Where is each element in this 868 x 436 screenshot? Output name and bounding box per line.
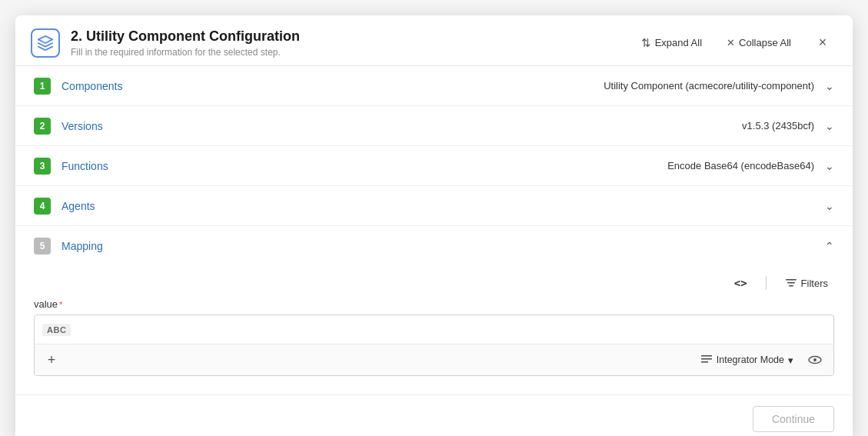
header-actions: ⇅ Expand All ✕ Collapse All × bbox=[637, 32, 834, 55]
step-label-mapping: Mapping bbox=[62, 240, 822, 252]
continue-button[interactable]: Continue bbox=[753, 406, 834, 432]
svg-rect-0 bbox=[786, 279, 796, 281]
filters-label: Filters bbox=[801, 278, 828, 289]
filters-button[interactable]: Filters bbox=[779, 274, 834, 292]
step-number-2: 2 bbox=[34, 118, 51, 135]
value-field-group: value* ABC + bbox=[34, 298, 834, 376]
field-container: ABC + Integrator Mode ▾ bbox=[34, 315, 834, 376]
svg-rect-5 bbox=[701, 361, 708, 363]
step-number-5: 5 bbox=[34, 238, 51, 255]
chevron-down-icon: ⌄ bbox=[825, 80, 834, 92]
expand-all-label: Expand All bbox=[655, 37, 702, 48]
chevron-up-icon: ⌃ bbox=[825, 240, 834, 252]
modal-footer: Continue bbox=[15, 394, 853, 436]
mapping-section: <> Filters value* bbox=[15, 266, 853, 394]
add-field-button[interactable]: + bbox=[42, 351, 61, 369]
eye-icon bbox=[808, 353, 822, 367]
field-bottom: + Integrator Mode ▾ bbox=[35, 344, 833, 375]
field-label: value* bbox=[34, 298, 834, 310]
svg-rect-2 bbox=[789, 285, 793, 287]
close-button[interactable]: × bbox=[811, 32, 834, 55]
modal-container: 2. Utility Component Configuration Fill … bbox=[15, 15, 853, 436]
chevron-down-icon: ⌄ bbox=[825, 200, 834, 212]
step-label-versions: Versions bbox=[62, 120, 742, 132]
expand-all-button[interactable]: ⇅ Expand All bbox=[637, 33, 707, 53]
chevron-down-icon: ⌄ bbox=[825, 120, 834, 132]
integrator-mode-button[interactable]: Integrator Mode ▾ bbox=[694, 351, 800, 369]
modal-header: 2. Utility Component Configuration Fill … bbox=[15, 15, 853, 66]
modal-body: 1 Components Utility Component (acmecore… bbox=[15, 66, 853, 394]
step-value-functions: Encode Base64 (encodeBase64) bbox=[667, 160, 814, 171]
step-number-4: 4 bbox=[34, 198, 51, 215]
modal-subtitle: Fill in the required information for the… bbox=[71, 47, 626, 58]
step-row-versions[interactable]: 2 Versions v1.5.3 (2435bcf) ⌄ bbox=[15, 106, 853, 146]
header-text: 2. Utility Component Configuration Fill … bbox=[71, 28, 626, 58]
dropdown-arrow-icon: ▾ bbox=[788, 354, 793, 366]
integrator-mode-icon bbox=[700, 354, 713, 366]
svg-point-7 bbox=[813, 358, 816, 361]
step-row-functions[interactable]: 3 Functions Encode Base64 (encodeBase64)… bbox=[15, 146, 853, 186]
toolbar-divider bbox=[766, 276, 767, 290]
integrator-mode-label: Integrator Mode bbox=[717, 354, 784, 365]
step-label-agents: Agents bbox=[62, 200, 814, 212]
step-row-agents[interactable]: 4 Agents ⌄ bbox=[15, 186, 853, 226]
svg-rect-4 bbox=[701, 358, 712, 360]
collapse-all-label: Collapse All bbox=[739, 37, 791, 48]
step-value-components: Utility Component (acmecore/utility-comp… bbox=[604, 80, 814, 92]
svg-rect-3 bbox=[701, 355, 712, 357]
svg-rect-1 bbox=[787, 282, 795, 284]
step-label-functions: Functions bbox=[62, 160, 667, 172]
step-number-1: 1 bbox=[34, 78, 51, 95]
field-type-badge: ABC bbox=[42, 324, 71, 336]
chevron-down-icon: ⌄ bbox=[825, 160, 834, 172]
code-view-button[interactable]: <> bbox=[728, 274, 753, 292]
collapse-all-button[interactable]: ✕ Collapse All bbox=[722, 34, 796, 52]
step-value-versions: v1.5.3 (2435bcf) bbox=[742, 120, 814, 131]
step-label-components: Components bbox=[62, 80, 604, 92]
field-top: ABC bbox=[35, 315, 833, 344]
step-row-components[interactable]: 1 Components Utility Component (acmecore… bbox=[15, 66, 853, 106]
step-number-3: 3 bbox=[34, 158, 51, 175]
step-row-mapping[interactable]: 5 Mapping ⌃ bbox=[15, 226, 853, 266]
eye-button[interactable] bbox=[804, 349, 826, 371]
modal-title: 2. Utility Component Configuration bbox=[71, 28, 626, 45]
utility-icon bbox=[31, 28, 60, 58]
required-indicator: * bbox=[59, 300, 62, 309]
filters-icon bbox=[785, 277, 797, 289]
code-icon: <> bbox=[734, 277, 747, 289]
mapping-toolbar: <> Filters bbox=[34, 266, 834, 298]
